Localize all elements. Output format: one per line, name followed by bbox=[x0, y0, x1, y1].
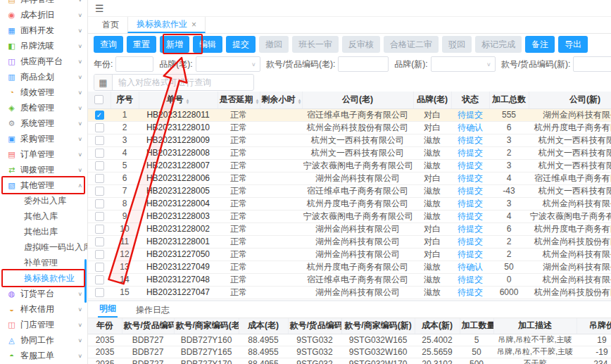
sidebar-scrollbar-thumb[interactable] bbox=[84, 259, 87, 303]
sidebar-item-system[interactable]: ⚙系统管理∨ bbox=[0, 115, 87, 131]
company-old-cell: 杭州金尚科技股份有限公司 bbox=[302, 121, 413, 134]
sidebar-item-label: 商品企划 bbox=[20, 71, 73, 83]
sidebar-item-performance[interactable]: ◔绩效管理∨ bbox=[0, 84, 87, 100]
chevron-down-icon: ∨ bbox=[77, 27, 82, 34]
sidebar-item-quality-inspection[interactable]: ◈质检管理∨ bbox=[0, 100, 87, 115]
reset-button[interactable]: 重置 bbox=[127, 36, 156, 53]
detail-row[interactable]: 2035BDB727BDB727Y16588.49559STG0329STG03… bbox=[88, 346, 611, 358]
status-cell: 待提交 bbox=[451, 197, 489, 210]
row-checkbox-cell bbox=[88, 134, 111, 146]
row-checkbox[interactable] bbox=[95, 237, 104, 246]
row-checkbox[interactable] bbox=[95, 149, 104, 158]
year-input[interactable] bbox=[115, 56, 153, 72]
table-row[interactable]: 2HB20231228010正常杭州金尚科技股份有限公司对白待确认6杭州丹度电子… bbox=[88, 121, 611, 134]
table-row[interactable]: 14HB20231227048正常宿迁维卓电子商务有限公司滋放待提交0杭州金尚科… bbox=[88, 273, 611, 286]
sort-icon[interactable]: ▲▼ bbox=[298, 99, 302, 104]
tab-home[interactable]: 首页 bbox=[94, 17, 127, 33]
sidebar-item-procurement[interactable]: ▣采购管理∨ bbox=[0, 131, 87, 146]
seq-cell: 6 bbox=[111, 172, 139, 184]
detail-cell: 20.3102 bbox=[415, 358, 460, 364]
row-checkbox[interactable] bbox=[95, 123, 104, 132]
row-checkbox[interactable] bbox=[95, 161, 104, 170]
sidebar-subitem-supplement-order[interactable]: 补单管理 bbox=[0, 255, 87, 270]
table-row[interactable]: 11HB20231228001正常湖州金尚科技有限公司对白待提交2杭州金尚科技股… bbox=[88, 235, 611, 248]
leader-first-review-button: 班长一审 bbox=[292, 36, 339, 53]
sidebar-item-hangtag-label[interactable]: ◧吊牌洗唛∨ bbox=[0, 38, 87, 54]
tab-relabel-restyle[interactable]: 换标换款作业× bbox=[127, 17, 206, 33]
table-row[interactable]: 10HB20231228002正常湖州金尚科技有限公司对白待提交6杭州丹度电子商… bbox=[88, 222, 611, 235]
row-checkbox[interactable] bbox=[95, 136, 104, 145]
sidebar-item-order[interactable]: ▤订单管理∨ bbox=[0, 146, 87, 162]
row-checkbox[interactable] bbox=[95, 250, 104, 259]
company-old-cell: 杭州丹度电子商务有限公司 bbox=[302, 261, 413, 273]
table-row[interactable]: 4HB20231228008正常杭州文一西科技有限公司滋放待提交2杭州文一西科技… bbox=[88, 146, 611, 159]
brand-old-select[interactable]: ∨ bbox=[196, 56, 260, 72]
row-checkbox[interactable] bbox=[95, 199, 104, 208]
search-input[interactable] bbox=[113, 75, 253, 89]
row-checkbox[interactable] bbox=[95, 212, 104, 221]
sidebar-item-transfer[interactable]: ⇄调拨管理∨ bbox=[0, 162, 87, 177]
row-checkbox[interactable] bbox=[95, 263, 104, 272]
delay-cell: 正常 bbox=[218, 184, 260, 197]
submit-button[interactable]: 提交 bbox=[226, 36, 256, 53]
edit-button[interactable]: 编辑 bbox=[193, 36, 222, 53]
sidebar-item-fabric-development[interactable]: ▦面料开发∨ bbox=[0, 23, 87, 38]
table-row[interactable]: 5HB20231228007正常宁波衣薇阁电子商务有限公司滋放待提交3杭州文一西… bbox=[88, 159, 611, 172]
sort-icon[interactable]: ▲▼ bbox=[186, 99, 190, 104]
sidebar-subitem-outsourcing-in-out[interactable]: 委外出入库 bbox=[0, 193, 87, 208]
brand-new-select[interactable]: ∨ bbox=[431, 56, 496, 72]
row-checkbox[interactable] bbox=[95, 174, 104, 183]
row-checkbox[interactable] bbox=[95, 187, 104, 196]
sidebar-item-service-ticket[interactable]: ◓客服工单∨ bbox=[0, 348, 87, 363]
sidebar-subitem-other-inbound[interactable]: 其他入库 bbox=[0, 208, 87, 224]
table-row[interactable]: 13HB20231227049正常杭州丹度电子商务有限公司滋放待确认50湖州金尚… bbox=[88, 261, 611, 273]
sidebar-item-inventory[interactable]: ▤库存管理∨ bbox=[0, 0, 87, 7]
style-code-old-input[interactable] bbox=[338, 56, 389, 72]
table-row[interactable]: 7HB20231228005正常宿迁维卓电子商务有限公司滋放待提交-43杭州文一… bbox=[88, 184, 611, 197]
tab-detail[interactable]: 明细 bbox=[98, 301, 118, 318]
sidebar-subitem-other-outbound[interactable]: 其他出库 bbox=[0, 224, 87, 239]
menu-collapse-icon[interactable]: ☰ bbox=[95, 3, 104, 14]
sidebar-item-cost-depreciation[interactable]: ◉成本折旧∨ bbox=[0, 7, 87, 23]
grid-icon[interactable]: ▦ bbox=[94, 75, 113, 90]
table-row[interactable]: 12HB20231227050正常湖州金尚科技有限公司对白待提交2杭州金尚科技有… bbox=[88, 248, 611, 261]
sidebar-item-merchandise-planning[interactable]: ▥商品企划∨ bbox=[0, 69, 87, 84]
remain-hours-cell bbox=[260, 235, 302, 248]
tab-operation-log[interactable]: 操作日志 bbox=[134, 302, 171, 318]
add-button[interactable]: 新增 bbox=[160, 36, 189, 53]
sidebar-subitem-virtual-unique-code[interactable]: 虚拟唯一码出入库 bbox=[0, 239, 87, 255]
remain-hours-cell bbox=[260, 184, 302, 197]
brand-old-cell: 滋放 bbox=[413, 261, 451, 273]
sidebar-item-ordering-platform[interactable]: ◍订货平台∨ bbox=[0, 286, 87, 301]
detail-row[interactable]: 2035BDB727BDB727Y17088.49559STG0329STG03… bbox=[88, 358, 611, 364]
table-row[interactable]: 3HB20231228009正常杭州文一西科技有限公司滋放待提交3杭州文一西科技… bbox=[88, 134, 611, 146]
sidebar-item-supplier-platform[interactable]: ◫供应商平台∨ bbox=[0, 54, 87, 69]
sidebar-item-sample-borrowing[interactable]: ◒样衣借用∨ bbox=[0, 301, 87, 317]
sidebar-item-store[interactable]: ◫门店管理∨ bbox=[0, 317, 87, 332]
table-row[interactable]: ✓1HB20231228011正常宿迁维卓电子商务有限公司对白待提交555湖州金… bbox=[88, 108, 611, 121]
detail-cell: -19 bbox=[577, 346, 611, 358]
sidebar-item-collaboration[interactable]: ◬协同工作∨ bbox=[0, 332, 87, 348]
order-no-cell: HB20231228003 bbox=[139, 210, 218, 222]
detail-row[interactable]: 2035BDB727BDB727Y16088.49559STG0329STG03… bbox=[88, 334, 611, 346]
sidebar-item-other[interactable]: ▧其他管理∧ bbox=[0, 177, 87, 193]
query-button[interactable]: 查询 bbox=[94, 36, 123, 53]
row-checkbox[interactable] bbox=[95, 275, 104, 284]
export-button[interactable]: 导出 bbox=[558, 36, 588, 53]
seq-cell: 9 bbox=[111, 210, 139, 222]
close-icon[interactable]: × bbox=[191, 20, 196, 29]
style-code-new-input[interactable] bbox=[573, 56, 611, 72]
row-checkbox[interactable] bbox=[95, 225, 104, 234]
chevron-down-icon: ∨ bbox=[77, 120, 82, 127]
row-checkbox[interactable] bbox=[95, 288, 104, 297]
table-row[interactable]: 6HB20231228006正常湖州金尚科技有限公司对白待提交4宿迁维卓电子商务… bbox=[88, 172, 611, 184]
filter-year: 年份: bbox=[94, 56, 153, 72]
table-row[interactable]: 8HB20231228004正常杭州丹度电子商务有限公司滋放待提交3杭州金尚科技… bbox=[88, 197, 611, 210]
table-row[interactable]: 9HB20231228003正常宁波衣薇阁电子商务有限公司滋放待提交4宁波衣薇阁… bbox=[88, 210, 611, 222]
select-all-checkbox[interactable] bbox=[94, 95, 103, 104]
table-row[interactable]: 15HB20231227047正常湖州金尚科技有限公司滋放待提交6000杭州金尚… bbox=[88, 286, 611, 299]
row-checkbox[interactable]: ✓ bbox=[95, 111, 104, 120]
remark-button[interactable]: 备注 bbox=[525, 36, 555, 53]
sidebar-subitem-relabel-restyle[interactable]: 换标换款作业 bbox=[0, 270, 87, 286]
sort-icon[interactable]: ▲▼ bbox=[256, 99, 260, 104]
